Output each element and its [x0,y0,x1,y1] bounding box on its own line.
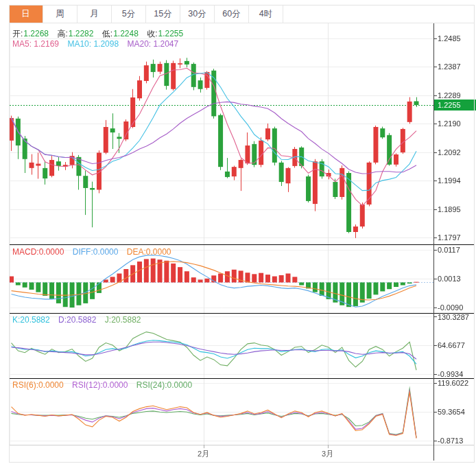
month-label-feb: 2月 [198,449,209,459]
ma10-value: MA10: 1.2098 [67,39,119,49]
ma-readout: MA5: 1.2169 MA10: 1.2098 MA20: 1.2047 [12,39,185,49]
kdj-tick: 64.6677 [438,341,465,349]
low-label: 低: [102,29,112,38]
tab-5min[interactable]: 5分 [112,5,146,23]
macd-readout: MACD:0.0000 DIFF:0.0000 DEA:0.0000 [12,247,177,257]
kdj-tick: -0.9934 [438,370,463,378]
macd-tick: -0.0090 [438,303,463,312]
rsi6-value: RSI(6):0.0000 [12,380,64,390]
j-value: J:20.5882 [105,315,141,325]
trading-chart-widget: 日 周 月 5分 15分 30分 60分 4时 开:1.2268 高:1.228… [0,0,476,464]
ma20-value: MA20: 1.2047 [127,39,178,49]
price-tick: 1.1895 [438,205,461,213]
low-value: 1.2248 [113,29,139,38]
rsi-tick: 59.3654 [438,408,465,416]
rsi12-value: RSI(12):0.0000 [72,380,128,390]
price-tick: 1.2485 [438,34,461,43]
price-tick: 1.2190 [438,119,461,128]
kdj-readout: K:20.5882 D:20.5882 J:20.5882 [12,315,147,325]
high-label: 高: [57,29,67,38]
rsi-tick: -0.8713 [438,437,463,445]
price-tick: 1.2387 [438,62,461,71]
open-label: 开: [12,29,23,38]
month-label-mar: 3月 [322,449,333,459]
rsi24-value: RSI(24):0.0000 [136,380,192,390]
price-tick: 1.2289 [438,91,461,100]
dea-value: DEA:0.0000 [127,247,171,257]
tab-15min[interactable]: 15分 [146,5,180,23]
chart-canvas[interactable] [0,0,476,464]
tab-monthly[interactable]: 月 [78,5,112,23]
ohlc-readout: 开:1.2268 高:1.2282 低:1.2248 收:1.2255 [12,28,189,40]
price-tick: 1.2092 [438,148,461,156]
price-tick: 1.1797 [438,233,461,242]
tab-4hour[interactable]: 4时 [249,5,283,23]
period-tabbar: 日 周 月 5分 15分 30分 60分 4时 [9,5,474,23]
rsi-tick: 119.6022 [438,379,468,387]
tab-30min[interactable]: 30分 [180,5,215,23]
price-tick: 1.1994 [438,176,461,185]
current-price-badge: 1.2255 [434,100,476,111]
tab-weekly[interactable]: 周 [43,5,78,23]
diff-value: DIFF:0.0000 [73,247,119,257]
ma5-value: MA5: 1.2169 [12,39,59,49]
close-value: 1.2255 [158,29,184,38]
open-value: 1.2268 [23,29,49,38]
macd-tick: 0.0117 [438,246,460,254]
macd-value: MACD:0.0000 [12,247,64,257]
high-value: 1.2282 [69,29,94,38]
k-value: K:20.5882 [12,315,50,325]
tab-daily[interactable]: 日 [9,5,43,23]
close-label: 收: [147,29,157,38]
macd-tick: 0.0013 [438,275,461,283]
rsi-readout: RSI(6):0.0000 RSI(12):0.0000 RSI(24):0.0… [12,380,198,390]
tab-60min[interactable]: 60分 [215,5,249,23]
d-value: D:20.5882 [58,315,96,325]
kdj-tick: 130.3287 [438,313,469,321]
